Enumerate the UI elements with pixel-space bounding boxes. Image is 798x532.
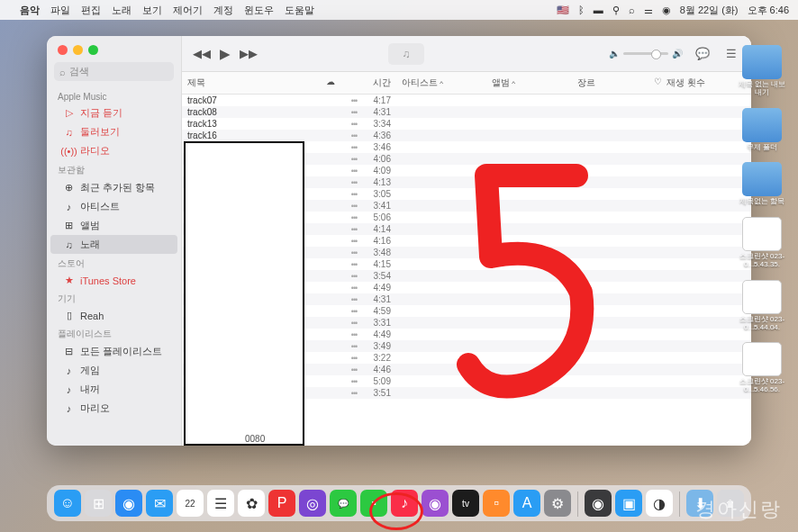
sidebar-item[interactable]: ▯Reah xyxy=(50,307,177,324)
wifi-icon[interactable]: ⚲ xyxy=(612,5,620,16)
desktop-item[interactable]: 스크린샷 023-0...5.46.56. xyxy=(737,342,787,394)
more-icon[interactable]: ••• xyxy=(344,342,364,351)
siri-icon[interactable]: ◉ xyxy=(662,5,671,16)
sidebar-item[interactable]: ♫노래 xyxy=(50,235,177,254)
sidebar-item[interactable]: ⊞앨범 xyxy=(50,216,177,235)
col-title[interactable]: 제목 xyxy=(182,75,317,91)
col-love[interactable]: ♡ xyxy=(648,75,661,91)
search-icon[interactable]: ⌕ xyxy=(629,5,635,15)
play-button[interactable]: ▶ xyxy=(220,46,231,62)
menubar-controls[interactable]: 제어기 xyxy=(173,4,203,17)
more-icon[interactable]: ••• xyxy=(344,190,364,199)
sidebar-item[interactable]: ▷지금 듣기 xyxy=(50,104,177,122)
battery-icon[interactable]: ▬ xyxy=(594,5,603,15)
col-artist[interactable]: 아티스트 xyxy=(396,75,486,91)
desktop-item[interactable]: 무제 폴더 xyxy=(737,108,787,152)
menubar-account[interactable]: 계정 xyxy=(213,4,233,17)
dock-calendar[interactable]: 22 xyxy=(177,490,204,517)
more-icon[interactable]: ••• xyxy=(344,131,364,140)
more-icon[interactable]: ••• xyxy=(344,120,364,129)
more-icon[interactable]: ••• xyxy=(344,319,364,328)
dock-launchpad[interactable]: ⊞ xyxy=(85,490,112,517)
close-button[interactable] xyxy=(58,45,68,55)
more-icon[interactable]: ••• xyxy=(344,248,364,257)
menubar-view[interactable]: 보기 xyxy=(142,4,162,17)
menubar-app[interactable]: 음악 xyxy=(20,4,40,17)
dock-finder[interactable]: ☺ xyxy=(54,490,81,517)
more-icon[interactable]: ••• xyxy=(344,108,364,117)
more-icon[interactable]: ••• xyxy=(344,307,364,316)
more-icon[interactable]: ••• xyxy=(344,167,364,176)
desktop-item[interactable]: 제목 없는 내보내기 xyxy=(737,45,787,97)
volume-control[interactable]: 🔈 🔊 xyxy=(609,49,683,59)
sidebar-item[interactable]: ⊕최근 추가된 항목 xyxy=(50,178,177,197)
sidebar-item[interactable]: ♫둘러보기 xyxy=(50,122,177,141)
menubar-file[interactable]: 파일 xyxy=(50,4,70,17)
dock-app5[interactable]: ◑ xyxy=(646,490,673,517)
more-icon[interactable]: ••• xyxy=(344,389,364,398)
control-center-icon[interactable]: ⚌ xyxy=(644,5,653,16)
more-icon[interactable]: ••• xyxy=(344,237,364,246)
col-plays[interactable]: 재생 횟수 xyxy=(661,75,715,91)
menubar-date[interactable]: 8월 22일 (화) xyxy=(680,4,739,17)
sidebar-item[interactable]: ★iTunes Store xyxy=(50,272,177,289)
dock-safari[interactable]: ◉ xyxy=(115,490,142,517)
input-flag-icon[interactable]: 🇺🇸 xyxy=(557,5,569,16)
menubar-help[interactable]: 도움말 xyxy=(285,4,314,17)
next-button[interactable]: ▶▶ xyxy=(240,47,258,60)
more-icon[interactable]: ••• xyxy=(344,295,364,304)
more-icon[interactable]: ••• xyxy=(344,178,364,187)
dock-music[interactable]: ♪ xyxy=(391,490,418,517)
more-icon[interactable]: ••• xyxy=(344,143,364,152)
sidebar-item[interactable]: ♪아티스트 xyxy=(50,197,177,216)
more-icon[interactable]: ••• xyxy=(344,354,364,363)
desktop-item[interactable]: 제목없는 함목 xyxy=(737,162,787,206)
menubar-window[interactable]: 윈도우 xyxy=(244,4,274,17)
more-icon[interactable]: ••• xyxy=(344,202,364,211)
more-icon[interactable]: ••• xyxy=(344,330,364,339)
col-cloud[interactable]: ☁ xyxy=(317,75,344,91)
more-icon[interactable]: ••• xyxy=(344,260,364,269)
fullscreen-button[interactable] xyxy=(88,45,98,55)
track-row[interactable]: track08•••4:31 xyxy=(182,106,751,118)
volume-slider[interactable] xyxy=(623,52,668,55)
more-icon[interactable]: ••• xyxy=(344,155,364,164)
track-list[interactable]: track07•••4:17track08•••4:31track13•••3:… xyxy=(182,95,751,446)
sidebar-item[interactable]: ♪게임 xyxy=(50,361,177,380)
sidebar-item[interactable]: ♪마리오 xyxy=(50,399,177,418)
track-row[interactable]: track07•••4:17 xyxy=(182,95,751,106)
more-icon[interactable]: ••• xyxy=(344,377,364,386)
search-input[interactable]: ⌕ 검색 xyxy=(54,62,174,81)
sidebar-item[interactable]: ((•))라디오 xyxy=(50,141,177,160)
more-icon[interactable]: ••• xyxy=(344,213,364,222)
dock-appstore[interactable]: A xyxy=(513,490,540,517)
sidebar-item[interactable]: ⊟모든 플레이리스트 xyxy=(50,342,177,361)
dock-facetime[interactable]: ▪ xyxy=(360,490,387,517)
desktop-item[interactable]: 스크린샷 023-0...5.43.35. xyxy=(737,217,787,269)
more-icon[interactable]: ••• xyxy=(344,284,364,293)
track-row[interactable]: track16•••4:36 xyxy=(182,130,751,141)
more-icon[interactable]: ••• xyxy=(344,365,364,374)
more-icon[interactable]: ••• xyxy=(344,96,364,105)
more-icon[interactable]: ••• xyxy=(344,272,364,281)
track-row[interactable]: track13•••3:34 xyxy=(182,118,751,130)
col-album[interactable]: 앨범 xyxy=(486,75,572,91)
dock-messages[interactable]: 💬 xyxy=(330,490,357,517)
dock-settings[interactable]: ⚙ xyxy=(544,490,571,517)
dock-books[interactable]: ▫ xyxy=(483,490,510,517)
dock-photos[interactable]: ✿ xyxy=(238,490,265,517)
dock-app3[interactable]: ◉ xyxy=(585,490,612,517)
col-time[interactable]: 시간 xyxy=(364,75,396,91)
lyrics-button[interactable]: 💬 xyxy=(692,45,713,62)
more-icon[interactable]: ••• xyxy=(344,225,364,234)
dock-tv[interactable]: tv xyxy=(452,490,479,517)
prev-button[interactable]: ◀◀ xyxy=(193,47,211,60)
dock-mail[interactable]: ✉ xyxy=(146,490,173,517)
desktop-item[interactable]: 스크린샷 023-0...5.44.04. xyxy=(737,280,787,332)
menubar-edit[interactable]: 편집 xyxy=(81,4,101,17)
dock-podcasts[interactable]: ◉ xyxy=(422,490,449,517)
sidebar-item[interactable]: ♪내꺼 xyxy=(50,380,177,399)
col-genre[interactable]: 장르 xyxy=(572,75,648,91)
dock-reminders[interactable]: ☰ xyxy=(207,490,234,517)
minimize-button[interactable] xyxy=(73,45,83,55)
